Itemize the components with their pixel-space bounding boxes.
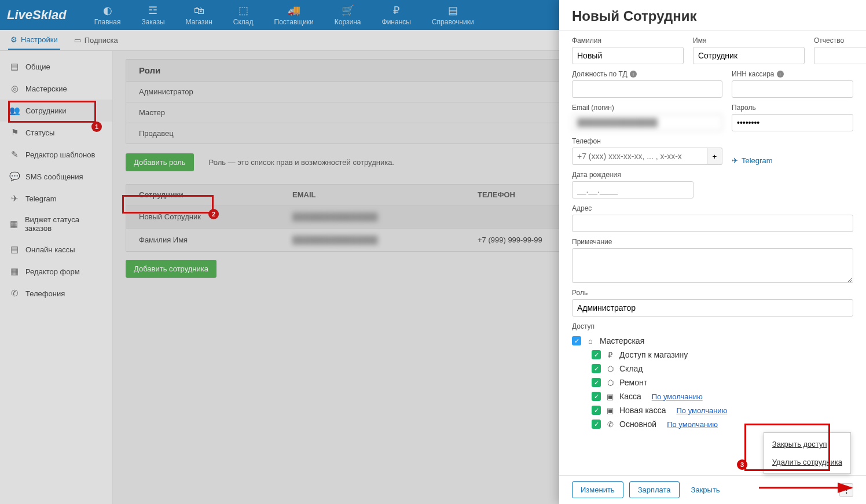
add-phone-button[interactable]: + xyxy=(707,148,722,165)
default-link[interactable]: По умолчанию xyxy=(676,406,727,415)
lastname-field[interactable] xyxy=(572,47,684,64)
box-icon: ⬡ xyxy=(606,378,615,387)
access-item[interactable]: ✓▣КассаПо умолчанию xyxy=(572,389,853,403)
default-link[interactable]: По умолчанию xyxy=(667,420,718,429)
access-root[interactable]: ✓⌂Мастерская xyxy=(572,334,853,348)
checkbox-icon[interactable]: ✓ xyxy=(572,336,581,345)
info-icon[interactable]: i xyxy=(777,71,784,78)
inn-field[interactable] xyxy=(732,80,853,98)
access-item[interactable]: ✓✆ОсновнойПо умолчанию xyxy=(572,417,853,431)
edit-button[interactable]: Изменить xyxy=(572,481,623,498)
checkbox-icon[interactable]: ✓ xyxy=(592,364,601,373)
menu-close-access[interactable]: Закрыть доступ xyxy=(764,435,850,453)
checkbox-icon[interactable]: ✓ xyxy=(592,350,601,359)
cash-icon: ▣ xyxy=(606,406,615,415)
context-menu: Закрыть доступ Удалить сотрудника xyxy=(764,432,851,474)
menu-delete-employee[interactable]: Удалить сотрудника xyxy=(764,453,850,471)
checkbox-icon[interactable]: ✓ xyxy=(592,420,601,429)
access-item[interactable]: ✓⬡Ремонт xyxy=(572,376,853,389)
checkbox-icon[interactable]: ✓ xyxy=(592,378,601,387)
position-field[interactable] xyxy=(572,80,722,98)
phone-field[interactable] xyxy=(572,148,707,165)
role-select[interactable] xyxy=(572,299,853,317)
access-item[interactable]: ✓⬡Склад xyxy=(572,362,853,376)
telegram-link[interactable]: ✈Telegram xyxy=(732,156,853,165)
box-icon: ⬡ xyxy=(606,365,615,373)
employee-drawer: Новый Сотрудник Фамилия Имя Отчество Дол… xyxy=(559,0,866,504)
ruble-icon: ₽ xyxy=(606,351,615,359)
info-icon[interactable]: i xyxy=(630,71,637,78)
access-item[interactable]: ✓▣Новая кассаПо умолчанию xyxy=(572,403,853,417)
cash-icon: ▣ xyxy=(606,392,615,401)
more-menu-button[interactable]: ⋮ xyxy=(839,483,853,497)
firstname-field[interactable] xyxy=(693,47,805,64)
home-icon: ⌂ xyxy=(586,337,595,345)
salary-button[interactable]: Зарплата xyxy=(629,481,680,498)
note-field[interactable] xyxy=(572,248,853,283)
password-field[interactable] xyxy=(732,114,853,131)
telegram-icon: ✈ xyxy=(732,156,738,165)
address-field[interactable] xyxy=(572,215,853,232)
checkbox-icon[interactable]: ✓ xyxy=(592,406,601,415)
patronymic-field[interactable] xyxy=(814,47,866,64)
close-button[interactable]: Закрыть xyxy=(685,482,726,498)
annotation-badge-3: 3 xyxy=(737,459,747,470)
phone-icon: ✆ xyxy=(606,420,615,429)
dob-field[interactable] xyxy=(572,181,693,198)
checkbox-icon[interactable]: ✓ xyxy=(592,392,601,401)
drawer-title: Новый Сотрудник xyxy=(559,0,866,31)
access-item[interactable]: ✓₽Доступ к магазину xyxy=(572,348,853,362)
default-link[interactable]: По умолчанию xyxy=(652,392,703,401)
email-field[interactable] xyxy=(572,114,722,131)
